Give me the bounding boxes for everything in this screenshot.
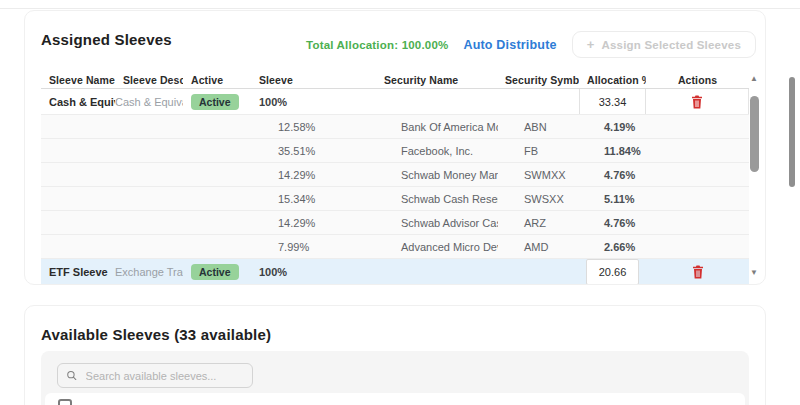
available-sleeve-list-item[interactable]	[45, 393, 745, 405]
sleeve-name-cell	[41, 163, 115, 186]
allocation-input[interactable]	[580, 91, 645, 113]
search-icon	[66, 369, 78, 382]
active-status-badge: Active	[191, 264, 239, 280]
security-sleeve-percent-cell: 7.99%	[251, 235, 371, 258]
security-name-cell: Schwab Cash Reserves I	[371, 187, 498, 210]
sleeve-description-cell	[115, 139, 183, 162]
security-name-cell	[371, 89, 498, 114]
sleeve-description-cell	[115, 211, 183, 234]
available-sleeves-panel	[41, 351, 749, 405]
search-available-sleeves-box[interactable]	[57, 363, 253, 388]
security-sleeve-percent-cell: 12.58%	[251, 115, 371, 138]
sleeve-active-cell: Active	[183, 259, 251, 284]
security-name-cell	[371, 259, 498, 284]
security-symbol-cell	[498, 259, 579, 284]
security-symbol-cell	[498, 89, 579, 114]
allocation-cell	[579, 259, 646, 284]
security-name-cell: Facebook, Inc.	[371, 139, 498, 162]
actions-cell	[646, 211, 749, 234]
sleeve-active-cell	[183, 187, 251, 210]
col-actions: Actions	[646, 74, 749, 86]
sleeve-row[interactable]: ETF SleeveExchange TradiActive100%	[41, 259, 749, 285]
security-allocation-cell: 11.84%	[579, 139, 646, 162]
security-row[interactable]: 7.99%Advanced Micro DevicesAMD2.66%	[41, 235, 749, 259]
sleeve-name-cell	[41, 187, 115, 210]
available-sleeves-title: Available Sleeves (33 available)	[41, 326, 271, 343]
sleeve-active-cell	[183, 139, 251, 162]
table-body: Cash & EquivalCash & EquivalActive100%12…	[41, 89, 749, 285]
sleeve-description-cell: Cash & Equival	[115, 89, 183, 114]
sleeve-name-cell: Cash & Equival	[41, 89, 115, 114]
available-sleeves-card: Available Sleeves (33 available)	[24, 305, 766, 405]
security-symbol-cell: ARZ	[498, 211, 579, 234]
security-row[interactable]: 15.34%Schwab Cash Reserves ISWSXX5.11%	[41, 187, 749, 211]
sleeve-active-cell	[183, 211, 251, 234]
col-sleeve: Sleeve	[251, 74, 371, 86]
assigned-sleeves-table: Sleeve Name Sleeve Descr... Active Sleev…	[41, 71, 749, 285]
col-active: Active	[183, 74, 251, 86]
col-sleeve-name: Sleeve Name	[41, 74, 115, 86]
table-header-row: Sleeve Name Sleeve Descr... Active Sleev…	[41, 71, 749, 89]
assign-button-label: Assign Selected Sleeves	[602, 39, 741, 51]
sleeve-total-cell: 100%	[251, 89, 371, 114]
search-available-sleeves-input[interactable]	[86, 370, 244, 382]
chevron-up-icon[interactable]: ▲	[750, 75, 758, 83]
security-allocation-cell: 5.11%	[579, 187, 646, 210]
sleeve-active-cell: Active	[183, 89, 251, 114]
security-allocation-cell: 4.76%	[579, 163, 646, 186]
sleeve-description-cell: Exchange Tradi	[115, 259, 183, 284]
sleeve-name-cell	[41, 235, 115, 258]
security-name-cell: Schwab Advisor Cash Re	[371, 211, 498, 234]
table-scrollbar[interactable]: ▲ ▼	[749, 69, 761, 285]
col-security-symbol: Security Symbol	[498, 74, 579, 86]
security-symbol-cell: AMD	[498, 235, 579, 258]
security-symbol-cell: SWSXX	[498, 187, 579, 210]
actions-cell	[646, 163, 749, 186]
total-allocation-label: Total Allocation: 100.00%	[306, 39, 448, 51]
sleeve-description-cell	[115, 235, 183, 258]
assigned-sleeves-title: Assigned Sleeves	[41, 31, 172, 48]
actions-cell	[646, 235, 749, 258]
actions-cell	[646, 139, 749, 162]
actions-cell	[646, 115, 749, 138]
allocation-input[interactable]	[586, 259, 639, 284]
security-symbol-cell: ABN	[498, 115, 579, 138]
security-allocation-cell: 4.19%	[579, 115, 646, 138]
actions-cell	[646, 187, 749, 210]
security-sleeve-percent-cell: 35.51%	[251, 139, 371, 162]
plus-icon: +	[587, 38, 595, 51]
security-row[interactable]: 12.58%Bank Of America MoneyABN4.19%	[41, 115, 749, 139]
table-scrollbar-thumb[interactable]	[750, 96, 759, 172]
security-sleeve-percent-cell: 14.29%	[251, 211, 371, 234]
col-allocation: Allocation %	[579, 74, 646, 86]
security-name-cell: Schwab Money Market F	[371, 163, 498, 186]
sleeve-name-cell	[41, 115, 115, 138]
trash-icon[interactable]	[691, 95, 703, 109]
sleeve-name-cell	[41, 139, 115, 162]
auto-distribute-button[interactable]: Auto Distribute	[463, 38, 556, 52]
sleeve-active-cell	[183, 115, 251, 138]
col-sleeve-description: Sleeve Descr...	[115, 74, 183, 86]
page-scrollbar-thumb[interactable]	[789, 77, 795, 187]
security-symbol-cell: SWMXX	[498, 163, 579, 186]
security-row[interactable]: 14.29%Schwab Advisor Cash ReARZ4.76%	[41, 211, 749, 235]
assigned-sleeves-card: Assigned Sleeves Total Allocation: 100.0…	[24, 10, 766, 285]
assigned-controls: Total Allocation: 100.00% Auto Distribut…	[306, 31, 756, 58]
sleeve-description-cell	[115, 163, 183, 186]
page-top-divider	[0, 8, 800, 9]
security-row[interactable]: 14.29%Schwab Money Market FSWMXX4.76%	[41, 163, 749, 187]
sleeve-active-cell	[183, 235, 251, 258]
chevron-down-icon[interactable]: ▼	[750, 269, 758, 277]
sleeve-row[interactable]: Cash & EquivalCash & EquivalActive100%	[41, 89, 749, 115]
sleeve-name-cell: ETF Sleeve	[41, 259, 115, 284]
security-sleeve-percent-cell: 14.29%	[251, 163, 371, 186]
security-name-cell: Advanced Micro Devices	[371, 235, 498, 258]
assign-selected-sleeves-button[interactable]: + Assign Selected Sleeves	[572, 31, 756, 58]
actions-cell	[646, 89, 749, 114]
security-sleeve-percent-cell: 15.34%	[251, 187, 371, 210]
sleeve-select-checkbox[interactable]	[58, 399, 72, 405]
security-row[interactable]: 35.51%Facebook, Inc.FB11.84%	[41, 139, 749, 163]
trash-icon[interactable]	[692, 265, 704, 279]
sleeve-active-cell	[183, 163, 251, 186]
security-name-cell: Bank Of America Money	[371, 115, 498, 138]
